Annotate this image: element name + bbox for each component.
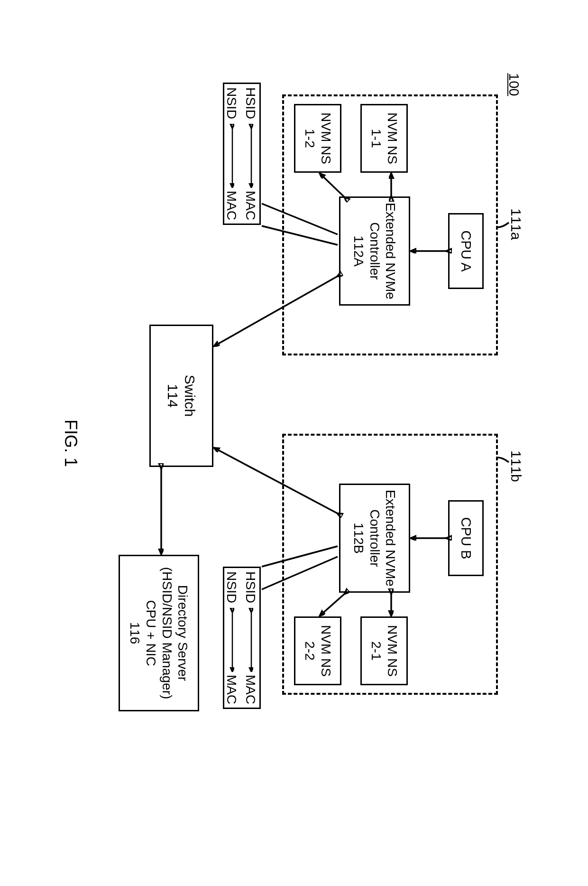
mapping-b-row-hsid: HSID MAC bbox=[242, 567, 261, 709]
cpu-a: CPU A bbox=[448, 213, 484, 289]
mapping-a-row-hsid: HSID MAC bbox=[242, 83, 261, 225]
map-b-mac2: MAC bbox=[224, 674, 239, 704]
nvm-ns-2-1-label: NVM NS 2-1 bbox=[362, 618, 406, 684]
cpu-a-label: CPU A bbox=[450, 215, 482, 288]
controller-b: Extended NVMe Controller 112B bbox=[339, 484, 410, 593]
cpu-b: CPU B bbox=[448, 500, 484, 576]
nvm-ns-1-1-label: NVM NS 1-1 bbox=[362, 105, 406, 171]
map-b-mac1: MAC bbox=[243, 674, 258, 704]
nvm-ns-2-2: NVM NS 2-2 bbox=[294, 616, 341, 685]
map-a-mac2: MAC bbox=[224, 190, 239, 220]
switch-label: Switch 114 bbox=[151, 326, 212, 466]
directory-server-label: Directory Server (HSID/NSID Manager) CPU… bbox=[120, 556, 198, 710]
controller-b-label: Extended NVMe Controller 112B bbox=[340, 485, 409, 591]
map-b-hsid: HSID bbox=[243, 571, 258, 603]
nvm-ns-1-1: NVM NS 1-1 bbox=[360, 104, 408, 173]
host-b-lead-label: 111b bbox=[508, 450, 524, 482]
map-a-hsid: HSID bbox=[243, 87, 258, 119]
map-b-nsid: NSID bbox=[224, 571, 239, 603]
map-a-mac1: MAC bbox=[243, 190, 258, 220]
host-a-lead-label: 111a bbox=[508, 208, 524, 240]
figure-caption: FIG. 1 bbox=[61, 40, 81, 847]
nvm-ns-1-2-label: NVM NS 1-2 bbox=[295, 105, 340, 171]
nvm-ns-1-2: NVM NS 1-2 bbox=[294, 104, 341, 173]
cpu-b-label: CPU B bbox=[450, 502, 482, 575]
map-a-nsid: NSID bbox=[224, 87, 239, 119]
mapping-b-row-nsid: NSID MAC bbox=[223, 567, 242, 709]
mapping-a-row-nsid: NSID MAC bbox=[223, 83, 242, 225]
directory-server: Directory Server (HSID/NSID Manager) CPU… bbox=[119, 555, 199, 711]
controller-a: Extended NVMe Controller 112A bbox=[339, 196, 410, 306]
figure-reference: 100 bbox=[506, 73, 522, 96]
nvm-ns-2-2-label: NVM NS 2-2 bbox=[295, 618, 340, 684]
nvm-ns-2-1: NVM NS 2-1 bbox=[360, 616, 408, 685]
controller-a-label: Extended NVMe Controller 112A bbox=[340, 198, 409, 304]
switch: Switch 114 bbox=[149, 325, 213, 467]
